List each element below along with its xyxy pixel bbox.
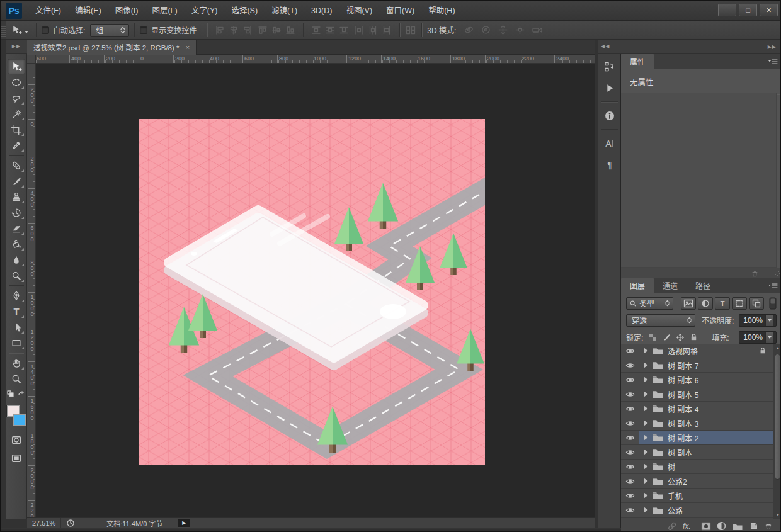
vertical-ruler[interactable]: 2000200400600800100012001400160018002000…	[27, 64, 36, 517]
filter-type-dropdown[interactable]: 类型	[626, 297, 673, 310]
crop-tool[interactable]	[8, 122, 25, 137]
distribute-h-centers-icon[interactable]	[368, 25, 378, 35]
expand-triangle-icon[interactable]	[643, 463, 649, 470]
layer-visibility-toggle[interactable]	[621, 373, 639, 387]
layer-visibility-toggle[interactable]	[621, 460, 639, 473]
info-panel-button[interactable]	[599, 106, 620, 126]
distribute-right-icon[interactable]	[382, 25, 392, 35]
align-h-centers-icon[interactable]	[229, 25, 239, 35]
menu-item[interactable]: 选择(S)	[224, 1, 265, 21]
history-brush-tool[interactable]	[8, 205, 25, 220]
eraser-tool[interactable]	[8, 220, 25, 236]
expand-triangle-icon[interactable]	[643, 348, 649, 354]
layer-visibility-toggle[interactable]	[621, 416, 639, 430]
lock-pixels-icon[interactable]	[662, 333, 671, 342]
character-panel-button[interactable]: A	[599, 133, 620, 154]
fill-field[interactable]: 100%	[739, 331, 777, 344]
delete-icon[interactable]	[751, 269, 759, 278]
opacity-dropdown-button[interactable]	[765, 315, 773, 326]
layer-row[interactable]: 公路2	[621, 474, 773, 489]
layers-panel-tab[interactable]: 图层	[621, 278, 654, 293]
filter-shape-layers-button[interactable]	[732, 297, 747, 310]
layer-visibility-toggle[interactable]	[621, 358, 639, 372]
align-top-edges-icon[interactable]	[258, 25, 268, 35]
layer-styles-icon[interactable]: fx.	[683, 522, 695, 531]
screen-mode-button[interactable]	[8, 450, 25, 466]
expand-triangle-icon[interactable]	[643, 420, 649, 426]
magic-wand-tool[interactable]	[8, 106, 25, 122]
menu-item[interactable]: 视图(V)	[339, 1, 379, 21]
scroll-up-arrow[interactable]: ▲	[773, 344, 781, 352]
filter-smart-objects-button[interactable]	[749, 297, 764, 310]
expand-triangle-icon[interactable]	[643, 434, 649, 441]
add-mask-icon[interactable]	[701, 522, 711, 531]
layer-list-scrollbar[interactable]: ▲ ▼	[773, 344, 781, 519]
layer-visibility-toggle[interactable]	[621, 503, 639, 517]
menu-item[interactable]: 图像(I)	[108, 1, 145, 21]
scroll-down-arrow[interactable]: ▼	[773, 511, 781, 519]
adjustment-layer-icon[interactable]	[717, 521, 726, 531]
preset-dropdown-arrow[interactable]	[25, 31, 28, 33]
align-right-edges-icon[interactable]	[242, 25, 253, 35]
expand-triangle-icon[interactable]	[643, 362, 649, 368]
document-tab-close-icon[interactable]: ×	[186, 43, 190, 51]
menu-item[interactable]: 滤镜(T)	[265, 1, 304, 21]
maximize-button[interactable]: □	[739, 4, 757, 16]
layer-row[interactable]: 树 副本	[621, 445, 773, 460]
toolbar-collapse-button[interactable]: ▶▶	[6, 40, 27, 54]
lock-transparency-icon[interactable]	[648, 333, 657, 342]
zoom-tool[interactable]	[8, 371, 25, 387]
menu-item[interactable]: 文字(Y)	[185, 1, 225, 21]
icon-dock-expand-button[interactable]: ◀◀	[598, 40, 621, 54]
lock-position-icon[interactable]	[676, 333, 685, 342]
paragraph-panel-button[interactable]: ¶	[599, 155, 620, 175]
layer-row[interactable]: 公路	[621, 503, 773, 518]
layer-row[interactable]: 树 副本 3	[621, 416, 773, 431]
tab-properties[interactable]: 属性	[621, 54, 654, 69]
layers-panel-tab[interactable]: 通道	[654, 278, 687, 293]
filter-pixel-layers-button[interactable]	[681, 297, 696, 310]
link-layers-icon[interactable]	[667, 521, 677, 531]
document-tab[interactable]: 透视效果2.psd @ 27.5% (树 副本 2, RGB/8) * ×	[27, 40, 197, 55]
lasso-tool[interactable]	[8, 90, 25, 106]
3d-pan-icon[interactable]	[498, 25, 508, 35]
layer-visibility-toggle[interactable]	[621, 445, 639, 459]
brush-tool[interactable]	[8, 173, 25, 189]
layer-row[interactable]: 树	[621, 460, 773, 474]
fill-dropdown-button[interactable]	[765, 332, 773, 343]
move-tool-preset-icon[interactable]	[11, 25, 22, 36]
menu-item[interactable]: 图层(L)	[145, 1, 184, 21]
layer-visibility-toggle[interactable]	[621, 344, 639, 358]
layer-visibility-toggle[interactable]	[621, 474, 639, 488]
distribute-left-icon[interactable]	[354, 25, 364, 35]
rectangle-tool[interactable]	[8, 335, 25, 351]
document-canvas[interactable]	[139, 119, 485, 465]
layers-panel-tab[interactable]: 路径	[687, 278, 719, 293]
quick-mask-button[interactable]	[8, 432, 25, 448]
layer-visibility-toggle[interactable]	[621, 489, 639, 502]
minimize-button[interactable]: —	[718, 4, 736, 16]
align-bottom-edges-icon[interactable]	[285, 25, 295, 35]
panel-menu-icon[interactable]	[768, 59, 778, 66]
ruler-origin-corner[interactable]	[27, 55, 36, 64]
new-layer-icon[interactable]	[749, 521, 758, 531]
panel-collapse-button[interactable]: ▶▶	[768, 44, 777, 50]
new-group-icon[interactable]	[732, 522, 743, 531]
actions-panel-button[interactable]	[599, 78, 620, 98]
align-left-edges-icon[interactable]	[215, 25, 225, 35]
status-options-button[interactable]: ▶	[178, 519, 190, 528]
expand-triangle-icon[interactable]	[643, 492, 649, 499]
lock-all-icon[interactable]	[690, 333, 698, 341]
resize-grip[interactable]	[774, 270, 780, 276]
layer-visibility-toggle[interactable]	[621, 387, 639, 401]
auto-select-dropdown[interactable]: 组	[90, 24, 129, 37]
align-v-centers-icon[interactable]	[271, 25, 282, 35]
layer-row[interactable]: 树 副本 6	[621, 373, 773, 387]
layer-visibility-toggle[interactable]	[621, 402, 639, 416]
zoom-level-field[interactable]: 27.51%	[27, 518, 61, 528]
delete-layer-icon[interactable]	[764, 522, 773, 531]
expand-triangle-icon[interactable]	[643, 449, 649, 455]
layer-visibility-toggle[interactable]	[621, 431, 639, 444]
auto-align-layers-icon[interactable]	[405, 25, 416, 35]
layer-row[interactable]: 透视网格	[621, 344, 773, 358]
